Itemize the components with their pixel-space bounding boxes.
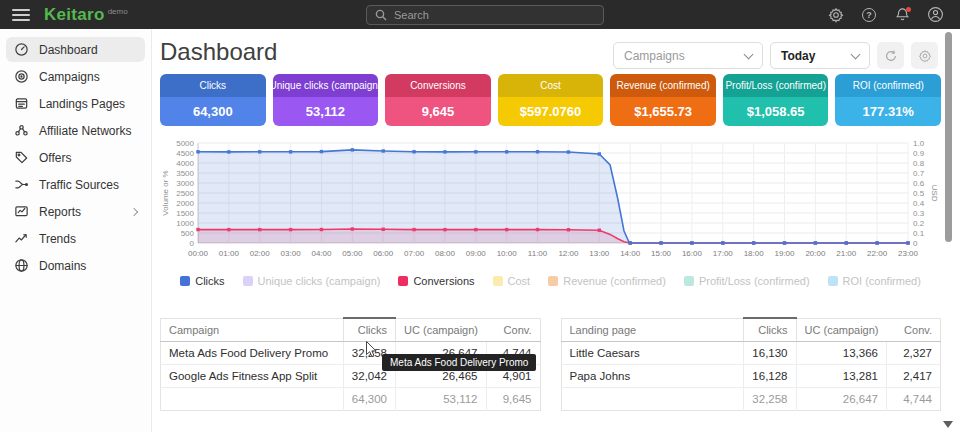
search-input[interactable]: [394, 9, 595, 21]
landing-page-name[interactable]: Papa Johns: [561, 365, 744, 388]
svg-text:1.0: 1.0: [913, 139, 925, 148]
dashboard-settings-button[interactable]: [911, 42, 938, 69]
stat-card-label: Clicks: [160, 74, 266, 97]
column-header-campaign[interactable]: Campaign: [161, 318, 344, 342]
svg-text:0.9: 0.9: [913, 149, 925, 158]
legend-item-revenue[interactable]: Revenue (confirmed): [548, 275, 666, 287]
stat-card-roi[interactable]: ROI (confirmed) 177.31%: [835, 74, 941, 126]
legend-item-cost[interactable]: Cost: [493, 275, 531, 287]
chevron-right-icon: [130, 207, 138, 215]
column-header-landing-page[interactable]: Landing page: [561, 318, 744, 342]
sidebar-item-offers[interactable]: Offers: [6, 145, 145, 170]
stat-card-value: 64,300: [160, 97, 266, 126]
legend-item-unique-clicks[interactable]: Unique clicks (campaign): [243, 275, 381, 287]
search-icon: [375, 9, 387, 21]
svg-text:3500: 3500: [176, 169, 194, 178]
user-avatar-icon: [927, 6, 944, 23]
target-icon: [14, 69, 29, 84]
table-row[interactable]: Little Caesars 16,130 13,366 2,327: [561, 342, 941, 365]
sidebar-item-label: Domains: [39, 259, 86, 273]
svg-text:11:00: 11:00: [528, 249, 548, 258]
legend-item-profit-loss[interactable]: Profit/Loss (confirmed): [684, 275, 810, 287]
sidebar-item-trends[interactable]: Trends: [6, 226, 145, 251]
sidebar-item-dashboard[interactable]: Dashboard: [6, 37, 145, 62]
campaign-name[interactable]: Google Ads Fitness App Split: [161, 365, 344, 388]
legend-item-clicks[interactable]: Clicks: [180, 275, 224, 287]
campaign-name[interactable]: Meta Ads Food Delivery Promo: [161, 342, 344, 365]
topbar: Keitarodemo ?: [0, 0, 960, 29]
table-header-row: Campaign Clicks UC (campaign) Conv.: [161, 318, 541, 342]
svg-text:12:00: 12:00: [558, 249, 579, 258]
gear-icon: [918, 49, 932, 63]
column-header-conv[interactable]: Conv.: [486, 318, 540, 342]
sidebar-item-landings-pages[interactable]: Landings Pages: [6, 91, 145, 116]
svg-text:1000: 1000: [176, 219, 194, 228]
stat-card-cost[interactable]: Cost $597.0760: [498, 74, 604, 126]
svg-text:14:00: 14:00: [620, 249, 641, 258]
refresh-button[interactable]: [877, 42, 904, 69]
table-row[interactable]: Papa Johns 16,128 13,281 2,417: [561, 365, 941, 388]
sidebar-item-reports[interactable]: Reports: [6, 199, 145, 224]
traffic-source-icon: [14, 177, 29, 192]
svg-text:19:00: 19:00: [775, 249, 796, 258]
stat-card-value: 177.31%: [835, 97, 941, 126]
scrollbar-down-arrow-icon[interactable]: [943, 421, 953, 428]
stat-card-revenue[interactable]: Revenue (confirmed) $1,655.73: [610, 74, 716, 126]
sidebar-item-domains[interactable]: Domains: [6, 253, 145, 278]
sidebar-item-affiliate-networks[interactable]: Affiliate Networks: [6, 118, 145, 143]
notifications-bell-icon[interactable]: [893, 6, 911, 24]
campaigns-filter-select[interactable]: Campaigns: [613, 42, 763, 69]
svg-text:1500: 1500: [176, 209, 194, 218]
column-header-conv[interactable]: Conv.: [887, 318, 941, 342]
chevron-down-icon: [851, 49, 861, 59]
sidebar-item-traffic-sources[interactable]: Traffic Sources: [6, 172, 145, 197]
summary-tables: Campaign Clicks UC (campaign) Conv. Meta…: [160, 317, 941, 411]
legend-swatch: [243, 276, 253, 286]
settings-gear-icon[interactable]: [827, 6, 845, 24]
traffic-chart[interactable]: 0500100015002000250030003500400045005000…: [160, 135, 941, 267]
column-header-clicks[interactable]: Clicks: [744, 318, 796, 342]
stat-card-value: $1,655.73: [610, 97, 716, 126]
affiliate-network-icon: [14, 123, 29, 138]
date-range-select[interactable]: Today: [770, 42, 870, 69]
stat-card-value: $1,058.65: [723, 97, 829, 126]
dashboard-controls: Campaigns Today: [613, 42, 938, 69]
stat-card-value: $597.0760: [498, 97, 604, 126]
legend-swatch: [493, 276, 503, 286]
menu-toggle-icon[interactable]: [12, 9, 30, 21]
svg-text:0: 0: [190, 239, 195, 248]
gear-icon: [828, 7, 844, 23]
stat-card-conversions[interactable]: Conversions 9,645: [385, 74, 491, 126]
legend-item-conversions[interactable]: Conversions: [398, 275, 474, 287]
svg-text:0.2: 0.2: [913, 219, 925, 228]
stat-card-label: Profit/Loss (confirmed): [723, 74, 829, 97]
stat-card-label: Conversions: [385, 74, 491, 97]
table-header-row: Landing page Clicks UC (campaign) Conv.: [561, 318, 941, 342]
svg-text:10:00: 10:00: [497, 249, 518, 258]
column-header-uc[interactable]: UC (campaign): [396, 318, 486, 342]
stat-card-profit-loss[interactable]: Profit/Loss (confirmed) $1,058.65: [723, 74, 829, 126]
sidebar-item-label: Traffic Sources: [39, 178, 119, 192]
campaigns-filter-value: Campaigns: [624, 49, 685, 63]
legend-item-roi[interactable]: ROI (confirmed): [828, 275, 921, 287]
sidebar-item-campaigns[interactable]: Campaigns: [6, 64, 145, 89]
landing-page-name[interactable]: Little Caesars: [561, 342, 744, 365]
help-icon[interactable]: ?: [860, 6, 878, 24]
svg-text:05:00: 05:00: [342, 249, 363, 258]
scrollbar-thumb[interactable]: [945, 32, 952, 242]
column-header-clicks[interactable]: Clicks: [343, 318, 395, 342]
global-search[interactable]: [366, 5, 604, 25]
sidebar-item-label: Affiliate Networks: [39, 124, 131, 138]
column-header-uc[interactable]: UC (campaign): [796, 318, 886, 342]
refresh-icon: [884, 49, 898, 63]
svg-text:0.6: 0.6: [913, 179, 925, 188]
svg-text:13:00: 13:00: [589, 249, 610, 258]
stat-card-clicks[interactable]: Clicks 64,300: [160, 74, 266, 126]
svg-text:03:00: 03:00: [281, 249, 302, 258]
app-logo[interactable]: Keitarodemo: [30, 5, 128, 25]
account-icon[interactable]: [926, 6, 944, 24]
stat-card-label: ROI (confirmed): [835, 74, 941, 97]
chart-canvas: 0500100015002000250030003500400045005000…: [160, 135, 941, 267]
stat-card-unique-clicks[interactable]: Unique clicks (campaign) 53,112: [273, 74, 379, 126]
stat-cards: Clicks 64,300 Unique clicks (campaign) 5…: [160, 74, 941, 126]
